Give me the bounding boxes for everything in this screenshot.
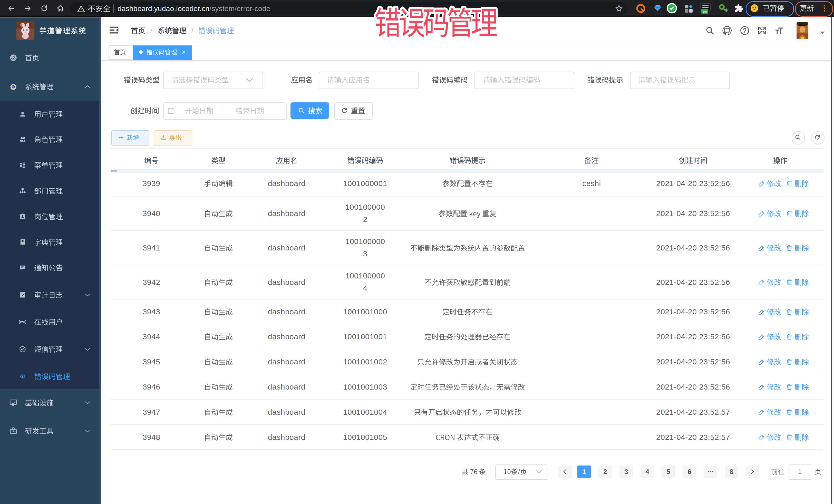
svg-text:on: on bbox=[703, 10, 707, 14]
